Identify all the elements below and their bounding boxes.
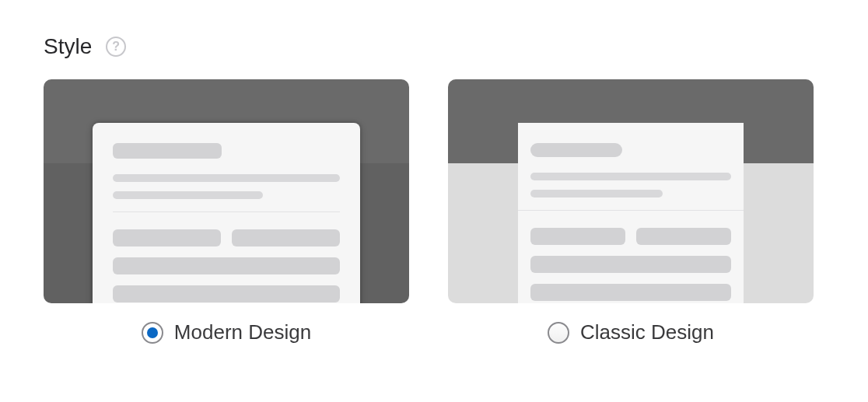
radio-row-classic[interactable]: Classic Design: [548, 320, 714, 344]
radio-label-classic: Classic Design: [580, 320, 714, 344]
radio-row-modern[interactable]: Modern Design: [142, 320, 311, 344]
style-options: Modern Design Classic Design: [44, 79, 824, 344]
preview-modern: [44, 79, 409, 303]
style-option-modern[interactable]: Modern Design: [44, 79, 409, 344]
radio-classic[interactable]: [548, 322, 569, 344]
radio-modern[interactable]: [142, 322, 163, 344]
section-title: Style: [44, 34, 92, 59]
radio-label-modern: Modern Design: [174, 320, 311, 344]
help-icon[interactable]: ?: [106, 37, 126, 57]
section-header: Style ?: [44, 34, 824, 59]
preview-classic: [448, 79, 814, 303]
style-option-classic[interactable]: Classic Design: [448, 79, 814, 344]
